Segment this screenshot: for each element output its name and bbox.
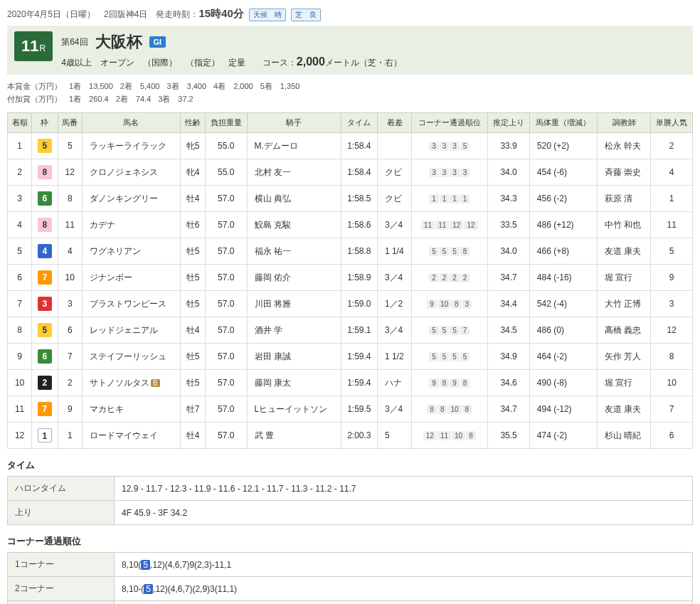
result-row: 3 6 8 ダノンキングリー 牡4 57.0 横山 典弘 1:58.5 クビ 1… bbox=[8, 186, 693, 212]
horse-name[interactable]: サトノソルタスB bbox=[82, 370, 180, 396]
result-row: 7 3 3 ブラストワンピース 牡5 57.0 川田 将雅 1:59.0 1／2… bbox=[8, 291, 693, 317]
col-header: 単勝人気 bbox=[651, 113, 693, 133]
waku-badge: 6 bbox=[38, 349, 52, 364]
col-header: 着順 bbox=[8, 113, 32, 133]
track-badge: 芝 良 bbox=[291, 9, 321, 21]
col-header: 推定上り bbox=[488, 113, 530, 133]
horse-name[interactable]: ブラストワンピース bbox=[82, 291, 180, 317]
waku-badge: 7 bbox=[38, 402, 52, 416]
race-header: 11R 第64回 大阪杯 GI 4歳以上 オープン （国際） （指定） 定量 コ… bbox=[7, 26, 693, 75]
time-section-title: タイム bbox=[7, 459, 693, 472]
col-header: 馬体重（増減） bbox=[529, 113, 597, 133]
col-header: 調教師 bbox=[597, 113, 650, 133]
result-row: 8 5 6 レッドジェニアル 牡4 57.0 酒井 学 1:59.1 3／4 5… bbox=[8, 317, 693, 344]
col-header: 枠 bbox=[32, 113, 58, 133]
waku-badge: 1 bbox=[38, 428, 52, 443]
horse-name[interactable]: ラッキーライラック bbox=[82, 133, 180, 159]
results-table: 着順枠馬番馬名性齢負担重量騎手タイム着差コーナー通過順位推定上り馬体重（増減）調… bbox=[7, 112, 693, 449]
result-row: 12 1 1 ロードマイウェイ 牡4 57.0 武 豊 2:00.3 5 121… bbox=[8, 423, 693, 449]
waku-badge: 3 bbox=[38, 297, 52, 311]
result-row: 1 5 5 ラッキーライラック 牝5 55.0 M.デムーロ 1:58.4 33… bbox=[8, 133, 693, 159]
corner-table: 1コーナー8,10(5,12)(4,6,7)9(2,3)-11,12コーナー8,… bbox=[7, 552, 693, 604]
col-header: 馬名 bbox=[82, 113, 180, 133]
weather-badge: 天候 晴 bbox=[249, 9, 286, 21]
horse-name[interactable]: カデナ bbox=[82, 212, 180, 238]
result-row: 9 6 7 ステイフーリッシュ 牡5 57.0 岩田 康誠 1:59.4 1 1… bbox=[8, 344, 693, 370]
waku-badge: 7 bbox=[38, 270, 52, 285]
horse-name[interactable]: レッドジェニアル bbox=[82, 317, 180, 344]
col-header: 騎手 bbox=[247, 113, 341, 133]
prize-block: 本賞金（万円）1着 13,5002着 5,4003着 3,4004着 2,000… bbox=[7, 80, 693, 105]
race-name: 大阪杯 bbox=[95, 31, 142, 53]
result-row: 6 7 10 ジナンボー 牡5 57.0 藤岡 佑介 1:58.9 3／4 22… bbox=[8, 265, 693, 291]
horse-name[interactable]: ステイフーリッシュ bbox=[82, 344, 180, 370]
result-row: 10 2 2 サトノソルタスB 牡5 57.0 藤岡 康太 1:59.4 ハナ … bbox=[8, 370, 693, 396]
horse-name[interactable]: ダノンキングリー bbox=[82, 186, 180, 212]
horse-name[interactable]: ロードマイウェイ bbox=[82, 423, 180, 449]
race-edition: 第64回 bbox=[61, 36, 88, 48]
col-header: 着差 bbox=[377, 113, 411, 133]
horse-name[interactable]: ジナンボー bbox=[82, 265, 180, 291]
time-table: ハロンタイム12.9 - 11.7 - 12.3 - 11.9 - 11.6 -… bbox=[7, 476, 693, 525]
result-row: 5 4 4 ワグネリアン 牡5 57.0 福永 祐一 1:58.8 1 1/4 … bbox=[8, 238, 693, 265]
corner-section-title: コーナー通過順位 bbox=[7, 535, 693, 548]
waku-badge: 2 bbox=[38, 376, 52, 390]
horse-name[interactable]: マカヒキ bbox=[82, 396, 180, 423]
col-header: 馬番 bbox=[58, 113, 82, 133]
race-conditions: 4歳以上 オープン （国際） （指定） 定量 コース：2,000メートル（芝・右… bbox=[61, 55, 402, 69]
result-row: 2 8 12 クロノジェネシス 牝4 55.0 北村 友一 1:58.4 クビ … bbox=[8, 159, 693, 186]
horse-name[interactable]: クロノジェネシス bbox=[82, 159, 180, 186]
col-header: 負担重量 bbox=[205, 113, 247, 133]
waku-badge: 8 bbox=[38, 218, 52, 232]
waku-badge: 4 bbox=[38, 244, 52, 258]
result-row: 4 8 11 カデナ 牡6 57.0 鮫島 克駿 1:58.6 3／4 1111… bbox=[8, 212, 693, 238]
col-header: 性齢 bbox=[180, 113, 205, 133]
grade-badge: GI bbox=[149, 36, 166, 48]
race-date-line: 2020年4月5日（日曜） 2回阪神4日 発走時刻：15時40分 天候 晴 芝 … bbox=[7, 7, 693, 21]
waku-badge: 8 bbox=[38, 165, 52, 179]
result-row: 11 7 9 マカヒキ 牡7 57.0 Lヒューイットソン 1:59.5 3／4… bbox=[8, 396, 693, 423]
waku-badge: 5 bbox=[38, 323, 52, 337]
waku-badge: 5 bbox=[38, 139, 52, 153]
horse-name[interactable]: ワグネリアン bbox=[82, 238, 180, 265]
col-header: タイム bbox=[341, 113, 377, 133]
col-header: コーナー通過順位 bbox=[412, 113, 488, 133]
race-number: 11R bbox=[14, 31, 53, 61]
waku-badge: 6 bbox=[38, 191, 52, 206]
